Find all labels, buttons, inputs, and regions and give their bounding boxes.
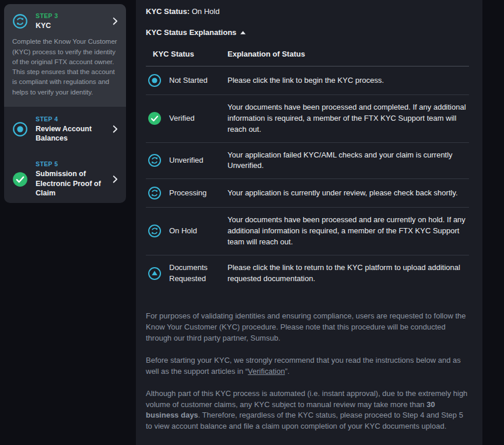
status-cell: Not Started — [169, 75, 228, 86]
step-label: STEP 3 — [36, 12, 108, 19]
header-kyc-status: KYC Status — [153, 50, 228, 58]
kyc-status-value: On Hold — [192, 7, 220, 16]
verification-link[interactable]: Verification — [248, 367, 285, 376]
sync-icon — [148, 186, 162, 200]
table-row: Documents Requested Please click the lin… — [146, 255, 469, 292]
chevron-right-icon — [113, 125, 118, 134]
radio-icon — [12, 121, 28, 137]
kyc-status-line: KYC Status: On Hold — [146, 7, 469, 16]
explanations-title: KYC Status Explanations — [146, 28, 236, 37]
steps-sidebar: STEP 3 KYC Complete the Know Your Custom… — [4, 4, 126, 203]
explanation-cell: Your documents have been processed and a… — [228, 215, 469, 248]
sidebar-item-step-5[interactable]: STEP 5 Submission of Electronic Proof of… — [4, 152, 126, 203]
paragraph-automated: Although part of this KYC process is aut… — [146, 388, 469, 432]
status-cell: Verified — [169, 113, 228, 124]
paragraph-text: ”. — [285, 367, 289, 376]
step-description: Complete the Know Your Customer (KYC) pr… — [12, 37, 118, 97]
status-cell: Processing — [169, 188, 228, 198]
check-icon — [148, 111, 162, 125]
step-label: STEP 4 — [36, 115, 108, 122]
table-row: On Hold Your documents have been process… — [146, 207, 469, 255]
check-icon — [12, 171, 28, 187]
explanation-cell: Your application failed KYC/AML checks a… — [228, 150, 469, 172]
explanation-cell: Please click the link to begin the KYC p… — [228, 75, 469, 86]
step-title: Submission of Electronic Proof of Claim — [36, 169, 108, 198]
radio-icon — [148, 73, 162, 87]
kyc-main-panel: KYC Status: On Hold KYC Status Explanati… — [136, 0, 482, 445]
chevron-right-icon — [113, 175, 118, 184]
sidebar-item-step-3[interactable]: STEP 3 KYC Complete the Know Your Custom… — [4, 4, 126, 107]
step-title: Review Account Balances — [36, 124, 108, 143]
chevron-right-icon — [113, 17, 118, 26]
paragraph-before-starting: Before starting your KYC, we strongly re… — [146, 355, 469, 377]
explanation-cell: Please click the link to return to the K… — [228, 262, 469, 285]
table-header-row: KYC Status Explanation of Status — [146, 44, 469, 66]
paragraph-text: Although part of this KYC process is aut… — [146, 389, 467, 409]
upload-icon — [148, 267, 162, 281]
table-row: Processing Your application is currently… — [146, 178, 469, 207]
kyc-status-label: KYC Status: — [146, 7, 190, 16]
triangle-up-icon — [240, 31, 246, 34]
step-title: KYC — [36, 21, 108, 30]
kyc-status-explanations-toggle[interactable]: KYC Status Explanations — [146, 28, 469, 37]
status-cell: Documents Requested — [169, 262, 228, 283]
explanation-cell: Your documents have been processed and c… — [228, 102, 469, 135]
table-row: Not Started Please click the link to beg… — [146, 66, 469, 94]
status-cell: On Hold — [169, 226, 228, 236]
sync-icon — [12, 13, 28, 29]
sync-icon — [148, 224, 162, 238]
paragraph-validating: For purposes of validating identities an… — [146, 311, 469, 344]
table-row: Unverified Your application failed KYC/A… — [146, 142, 469, 179]
explanation-cell: Your application is currently under revi… — [228, 188, 469, 199]
sidebar-item-step-4[interactable]: STEP 4 Review Account Balances — [4, 107, 126, 152]
header-explanation: Explanation of Status — [228, 50, 469, 58]
kyc-status-table: KYC Status Explanation of Status Not Sta… — [146, 44, 469, 291]
instructions-section: For purposes of validating identities an… — [146, 311, 469, 445]
table-row: Verified Your documents have been proces… — [146, 94, 469, 142]
status-cell: Unverified — [169, 155, 228, 166]
step-label: STEP 5 — [36, 160, 108, 167]
sync-icon — [148, 153, 162, 167]
paragraph-text: Before starting your KYC, we strongly re… — [146, 356, 461, 376]
